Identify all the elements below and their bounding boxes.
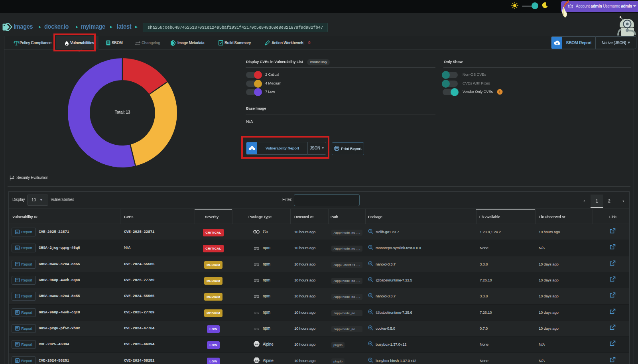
svg-text:i: i [499, 90, 500, 94]
